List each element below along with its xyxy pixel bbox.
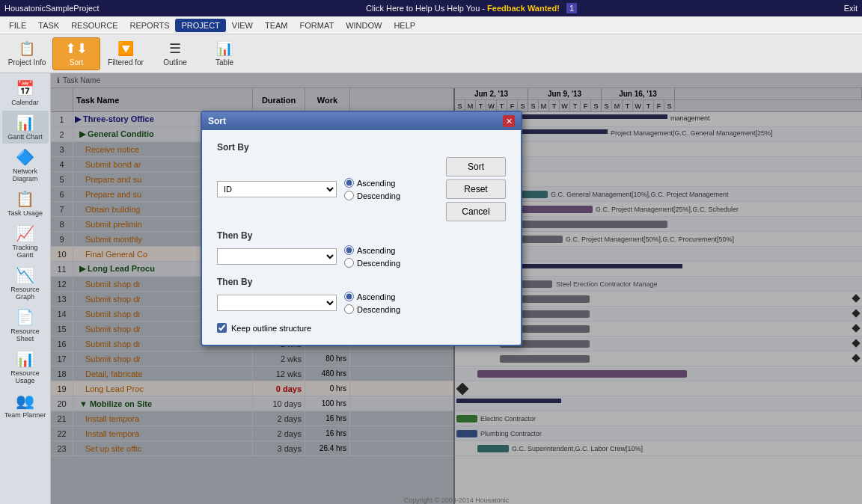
- calendar-label: Calendar: [11, 99, 39, 106]
- then-by-descending-2[interactable]: Descending: [344, 304, 400, 314]
- sort-by-descending[interactable]: Descending: [344, 191, 400, 200]
- menu-item-task[interactable]: TASK: [32, 19, 65, 32]
- keep-outline-checkbox[interactable]: [217, 323, 227, 333]
- table-label: Table: [216, 58, 233, 67]
- project-title: HousatonicSampleProject: [4, 4, 100, 13]
- toolbar: 📋 Project Info ⬆⬇ Sort 🔽 Filtered for ☰ …: [0, 34, 862, 73]
- resource-usage-icon: 📊: [16, 350, 34, 368]
- help-num[interactable]: 1: [566, 3, 577, 13]
- resource-graph-icon: 📉: [16, 266, 34, 284]
- outline-icon: ☰: [169, 40, 181, 57]
- sidebar-item-network-diagram[interactable]: 🔷 Network Diagram: [2, 145, 49, 185]
- menu-item-window[interactable]: WINDOW: [340, 19, 388, 32]
- menu-item-help[interactable]: HELP: [388, 19, 421, 32]
- sidebar-item-team-planner[interactable]: 👥 Team Planner: [2, 389, 49, 422]
- content-area: ℹ Task Name Task Name Duration Work 1 ▶ …: [51, 73, 862, 504]
- sort-button[interactable]: Sort: [446, 157, 506, 176]
- dialog-buttons: Sort Reset Cancel: [446, 157, 506, 221]
- filter-icon: 🔽: [117, 40, 134, 57]
- then-by-descending-1[interactable]: Descending: [344, 258, 400, 268]
- gantt-chart-label: Gantt Chart: [7, 133, 43, 141]
- sidebar-item-task-usage[interactable]: 📋 Task Usage: [2, 187, 49, 220]
- then-by-ascending-1[interactable]: Ascending: [344, 245, 400, 255]
- resource-graph-label: Resource Graph: [4, 286, 47, 301]
- filtered-for-label: Filtered for: [108, 58, 144, 67]
- toolbar-sort[interactable]: ⬆⬇ Sort: [52, 37, 100, 70]
- outline-label: Outline: [163, 58, 187, 67]
- resource-sheet-label: Resource Sheet: [4, 328, 47, 342]
- task-usage-icon: 📋: [16, 190, 34, 208]
- sidebar-item-tracking-gantt[interactable]: 📈 Tracking Gantt: [2, 221, 49, 262]
- gantt-chart-icon: 📊: [16, 114, 34, 132]
- project-info-icon: 📋: [19, 40, 35, 57]
- feedback-text: Feedback Wanted!: [487, 4, 560, 13]
- then-by-radio-group-1: Ascending Descending: [344, 245, 400, 268]
- calendar-icon: 📅: [16, 79, 34, 97]
- sort-by-ascending[interactable]: Ascending: [344, 178, 400, 188]
- team-planner-label: Team Planner: [4, 411, 46, 419]
- title-bar: HousatonicSampleProject Click Here to He…: [0, 0, 862, 16]
- main-area: 📅 Calendar 📊 Gantt Chart 🔷 Network Diagr…: [0, 73, 862, 504]
- sidebar-item-gantt-chart[interactable]: 📊 Gantt Chart: [2, 111, 49, 144]
- network-diagram-icon: 🔷: [16, 148, 34, 166]
- dialog-close-button[interactable]: ✕: [503, 115, 515, 127]
- keep-outline-row: Keep outline structure: [217, 323, 506, 333]
- then-by-ascending-2[interactable]: Ascending: [344, 292, 400, 301]
- menu-item-team[interactable]: TEAM: [259, 19, 294, 32]
- menu-item-view[interactable]: VIEW: [226, 19, 259, 32]
- help-text: Click Here to Help Us Help You -: [366, 4, 485, 13]
- sidebar: 📅 Calendar 📊 Gantt Chart 🔷 Network Diagr…: [0, 73, 51, 504]
- sidebar-item-calendar[interactable]: 📅 Calendar: [2, 76, 49, 109]
- dialog-body: Sort By ID Task Name Duration Start Fini…: [202, 130, 521, 345]
- menu-item-reports[interactable]: REPORTS: [124, 19, 176, 32]
- menu-item-format[interactable]: FORMAT: [294, 19, 340, 32]
- modal-overlay: Sort ✕ Sort By ID Task Name Duration Sta…: [51, 73, 862, 504]
- menu-item-resource[interactable]: RESOURCE: [65, 19, 123, 32]
- menu-bar: FILETASKRESOURCEREPORTSPROJECTVIEWTEAMFO…: [0, 16, 862, 34]
- exit-button[interactable]: Exit: [844, 4, 858, 13]
- table-icon: 📊: [216, 40, 233, 57]
- resource-sheet-icon: 📄: [16, 308, 34, 326]
- sidebar-item-resource-usage[interactable]: 📊 Resource Usage: [2, 347, 49, 387]
- then-by-label-1: Then By: [217, 230, 506, 241]
- then-by-row-1: ID Task Name Duration Start Finish Work …: [217, 245, 506, 268]
- then-by-label-2: Then By: [217, 277, 506, 287]
- then-by-select-2[interactable]: ID Task Name Duration Start Finish Work: [217, 295, 337, 311]
- menu-item-file[interactable]: FILE: [3, 19, 32, 32]
- keep-outline-label: Keep outline structure: [231, 324, 311, 333]
- sort-by-select[interactable]: ID Task Name Duration Start Finish Work: [217, 181, 337, 197]
- dialog-title-bar: Sort ✕: [202, 112, 521, 130]
- reset-button[interactable]: Reset: [446, 179, 506, 199]
- sort-by-radio-group: Ascending Descending: [344, 178, 400, 200]
- then-by-row-2: ID Task Name Duration Start Finish Work …: [217, 292, 506, 314]
- sort-dialog: Sort ✕ Sort By ID Task Name Duration Sta…: [201, 111, 522, 346]
- then-by-radio-group-2: Ascending Descending: [344, 292, 400, 314]
- sort-label: Sort: [70, 58, 83, 67]
- help-feedback: Click Here to Help Us Help You - Feedbac…: [366, 4, 577, 13]
- toolbar-table[interactable]: 📊 Table: [201, 37, 248, 70]
- sort-icon: ⬆⬇: [65, 40, 88, 57]
- toolbar-outline[interactable]: ☰ Outline: [151, 37, 199, 70]
- sort-by-row: ID Task Name Duration Start Finish Work …: [217, 157, 506, 221]
- toolbar-project-info[interactable]: 📋 Project Info: [3, 37, 51, 70]
- then-by-select-1[interactable]: ID Task Name Duration Start Finish Work: [217, 248, 337, 265]
- project-info-label: Project Info: [8, 58, 46, 67]
- sidebar-item-resource-sheet[interactable]: 📄 Resource Sheet: [2, 305, 49, 345]
- dialog-title: Sort: [208, 116, 226, 126]
- menu-item-project[interactable]: PROJECT: [175, 19, 225, 32]
- tracking-gantt-icon: 📈: [16, 224, 34, 242]
- sort-by-label: Sort By: [217, 142, 506, 153]
- task-usage-label: Task Usage: [7, 209, 43, 217]
- resource-usage-label: Resource Usage: [4, 369, 47, 384]
- sidebar-item-resource-graph[interactable]: 📉 Resource Graph: [2, 263, 49, 304]
- team-planner-icon: 👥: [16, 392, 34, 410]
- cancel-button[interactable]: Cancel: [446, 202, 506, 221]
- toolbar-filtered-for[interactable]: 🔽 Filtered for: [102, 37, 150, 70]
- tracking-gantt-label: Tracking Gantt: [4, 244, 47, 259]
- network-diagram-label: Network Diagram: [4, 168, 47, 182]
